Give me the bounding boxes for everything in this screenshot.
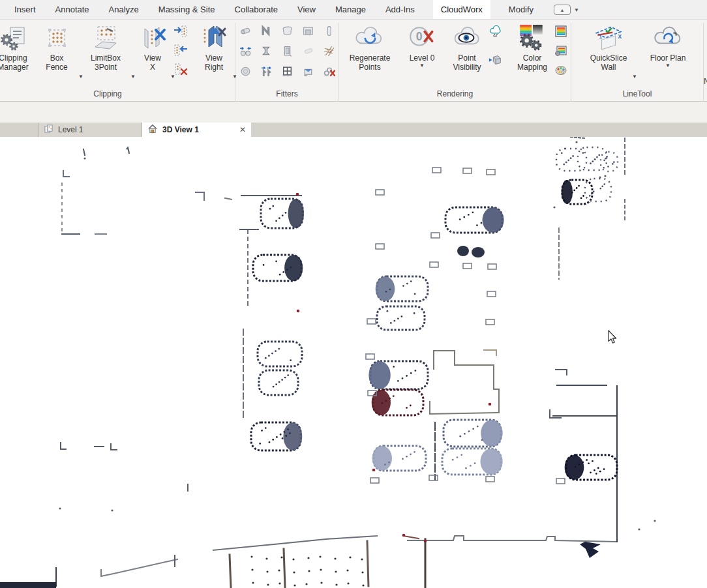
drawing-area[interactable] — [0, 137, 707, 588]
steel-beam-icon[interactable] — [260, 45, 273, 57]
sheet-fitter-icon[interactable] — [302, 65, 314, 78]
level-zero-icon: 0 — [401, 22, 443, 52]
color-ramp-settings-icon[interactable] — [554, 44, 568, 57]
quickslice-wall-icon: 1 X — [584, 22, 633, 52]
floor-plan-view-icon — [44, 124, 53, 136]
floor-plan-label: Floor Plan — [642, 53, 693, 63]
apply-to-box-icon[interactable] — [489, 53, 503, 66]
remove-clip-icon[interactable] — [173, 63, 188, 76]
box-fitter-icon[interactable] — [302, 25, 314, 37]
tab-collaborate[interactable]: Collaborate — [233, 0, 280, 19]
sloped-grid-icon[interactable] — [323, 45, 335, 57]
level-filter-dropdown-icon[interactable]: ▼ — [401, 63, 443, 68]
tab-cloudworx[interactable]: CloudWorx — [433, 0, 490, 19]
view-tab-level-1[interactable]: Level 1 — [38, 123, 142, 137]
box-fence-icon — [34, 22, 80, 52]
rendering-small-buttons-2 — [554, 25, 568, 77]
view-tab-label: 3D View 1 — [162, 125, 199, 134]
cloud-settings-icon[interactable] — [489, 26, 503, 39]
tab-insert[interactable]: Insert — [13, 0, 37, 19]
window-fitter-icon[interactable] — [281, 65, 293, 78]
ribbon-tab-bar: Insert Annotate Analyze Massing & Site C… — [0, 0, 707, 20]
svg-text:1: 1 — [599, 33, 602, 40]
ribbon-collapse-caret-icon[interactable]: ▼ — [574, 7, 579, 13]
svg-text:0: 0 — [416, 30, 423, 43]
tab-manage[interactable]: Manage — [334, 0, 367, 19]
point-visibility-button[interactable]: Point Visibility — [445, 22, 489, 98]
tab-add-ins[interactable]: Add-Ins — [384, 0, 416, 19]
floor-plan-icon — [642, 22, 693, 52]
color-mapping-button[interactable]: Color Mapping — [508, 22, 556, 98]
disconnect-icon[interactable] — [323, 65, 335, 78]
elbow-fitter-icon[interactable] — [260, 25, 273, 37]
palette-icon[interactable] — [554, 64, 568, 77]
color-mapping-icon — [508, 22, 556, 52]
point-cloud-view[interactable] — [0, 137, 707, 588]
view-x-button[interactable]: View X ▼ — [134, 22, 172, 98]
application-window: { "menu": { "items": [ {"label": "Insert… — [0, 0, 707, 588]
box-fence-button[interactable]: Box Fence ▼ — [34, 22, 80, 98]
color-ramp-icon[interactable] — [554, 25, 568, 38]
svg-text:X: X — [618, 33, 622, 40]
tab-analyze[interactable]: Analyze — [108, 0, 140, 19]
view-x-icon — [134, 22, 172, 52]
slide-into-clip-icon[interactable] — [173, 25, 188, 38]
quickslice-wall-button[interactable]: 1 X QuickSlice Wall ▼ — [584, 22, 633, 98]
floor-plan-button[interactable]: Floor Plan ▼ — [642, 22, 693, 98]
regenerate-points-button[interactable]: Regenerate Points — [344, 22, 395, 98]
view-right-dropdown-icon[interactable]: ▼ — [232, 74, 237, 80]
cloudworx-ribbon: Clipping Fitters Rendering LineTool Clip… — [0, 20, 707, 102]
point-visibility-label: Point Visibility — [445, 53, 489, 72]
quickslice-wall-label: QuickSlice Wall — [584, 53, 633, 72]
sphere-fitter-icon[interactable] — [239, 65, 252, 78]
view-right-label: View Right — [194, 53, 233, 72]
level-filter-button[interactable]: 0 Level 0 ▼ — [401, 22, 443, 98]
pipe-fitter-icon[interactable] — [239, 25, 252, 37]
view-right-button[interactable]: View Right ▼ — [194, 22, 233, 98]
pipe-faded-icon[interactable] — [302, 45, 314, 57]
view-x-label: View X — [134, 53, 172, 72]
clipping-small-buttons — [173, 25, 188, 76]
view-tab-3d-view-1[interactable]: 3D View 1 ✕ — [142, 123, 251, 137]
limitbox-3point-button[interactable]: LimitBox 3Point ▼ — [80, 22, 132, 98]
view-tab-bar: Level 1 3D View 1 ✕ — [0, 123, 707, 137]
limitbox-3point-icon — [80, 22, 132, 52]
wall-fitter-icon[interactable] — [281, 25, 293, 37]
tab-view[interactable]: View — [296, 0, 317, 19]
regenerate-points-icon — [344, 22, 395, 52]
tab-massing-site[interactable]: Massing & Site — [157, 0, 217, 19]
clipped-next-group-text: N — [704, 77, 707, 86]
level-filter-label: Level 0 — [401, 53, 443, 63]
pipe-run-icon[interactable] — [260, 65, 273, 78]
tab-modify[interactable]: Modify — [507, 0, 535, 19]
door-fitter-icon[interactable] — [281, 45, 293, 57]
options-strip — [0, 102, 707, 123]
regenerate-points-label: Regenerate Points — [344, 53, 395, 72]
color-mapping-label: Color Mapping — [508, 53, 556, 72]
close-tab-icon[interactable]: ✕ — [239, 125, 246, 134]
tab-annotate[interactable]: Annotate — [54, 0, 91, 19]
find-fitting-icon[interactable] — [239, 45, 252, 57]
quickslice-wall-dropdown-icon[interactable]: ▼ — [632, 74, 637, 80]
limitbox-3point-label: LimitBox 3Point — [80, 53, 132, 72]
ribbon-collapse-icon[interactable]: ▲ — [554, 5, 571, 15]
fitters-tool-grid — [239, 25, 337, 78]
box-fence-label: Box Fence — [34, 53, 80, 72]
rendering-small-buttons — [489, 26, 503, 66]
mouse-cursor — [609, 331, 616, 343]
column-fitter-icon[interactable] — [323, 25, 335, 37]
slide-out-clip-icon[interactable] — [173, 44, 188, 57]
home-3d-view-icon — [147, 124, 158, 136]
view-right-icon — [194, 22, 233, 52]
view-tab-label: Level 1 — [58, 125, 83, 134]
group-label-fitters: Fitters — [236, 89, 338, 98]
point-visibility-icon — [445, 22, 489, 52]
floor-plan-dropdown-icon[interactable]: ▼ — [642, 63, 693, 68]
